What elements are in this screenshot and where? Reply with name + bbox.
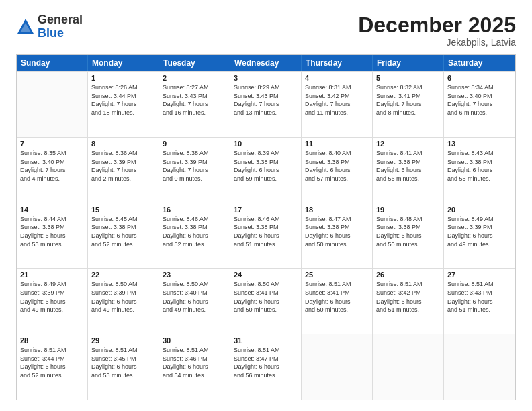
day-number: 15 <box>91 205 155 214</box>
day-number: 14 <box>20 205 84 214</box>
calendar-body: 1Sunrise: 8:26 AMSunset: 3:44 PMDaylight… <box>17 71 515 400</box>
cell-info-line: Sunrise: 8:50 AM <box>91 280 155 289</box>
weekday-header: Saturday <box>444 55 515 71</box>
day-number: 2 <box>163 74 226 82</box>
cell-info-line: Sunset: 3:38 PM <box>234 158 298 167</box>
cell-info-line: Sunrise: 8:40 AM <box>305 149 369 158</box>
header: General Blue December 2025 Jekabpils, La… <box>16 13 516 48</box>
day-number: 18 <box>305 205 369 214</box>
cell-info-line: Sunset: 3:46 PM <box>163 355 226 363</box>
cell-info-line: and 49 minutes. <box>20 306 84 314</box>
cell-info-line: Daylight: 6 hours <box>20 298 84 306</box>
cell-info-line: Sunset: 3:43 PM <box>234 92 298 101</box>
calendar-cell: 8Sunrise: 8:36 AMSunset: 3:39 PMDaylight… <box>88 138 159 203</box>
day-number: 20 <box>447 205 512 214</box>
day-number: 29 <box>91 336 155 345</box>
day-number: 3 <box>234 74 298 82</box>
cell-info-line: Sunset: 3:41 PM <box>305 289 369 298</box>
weekday-header: Monday <box>88 55 159 71</box>
day-number: 26 <box>376 271 440 279</box>
cell-info-line: Sunset: 3:40 PM <box>20 158 84 167</box>
day-number: 9 <box>163 140 226 148</box>
cell-info-line: Sunset: 3:42 PM <box>376 289 440 298</box>
cell-info-line: Sunrise: 8:46 AM <box>234 215 298 224</box>
calendar-cell: 22Sunrise: 8:50 AMSunset: 3:39 PMDayligh… <box>88 269 159 334</box>
cell-info-line: Sunrise: 8:47 AM <box>305 215 369 224</box>
cell-info-line: Daylight: 7 hours <box>305 100 369 109</box>
calendar-cell <box>444 334 515 400</box>
cell-info-line: Daylight: 7 hours <box>20 166 84 175</box>
cell-info-line: and 0 minutes. <box>163 175 226 183</box>
cell-info-line: Sunset: 3:38 PM <box>376 223 440 232</box>
calendar-cell <box>302 334 373 400</box>
calendar-cell: 15Sunrise: 8:45 AMSunset: 3:38 PMDayligh… <box>88 203 159 269</box>
calendar-cell: 6Sunrise: 8:34 AMSunset: 3:40 PMDaylight… <box>444 72 515 137</box>
cell-info-line: and 50 minutes. <box>305 240 369 249</box>
cell-info-line: and 18 minutes. <box>91 109 155 118</box>
cell-info-line: Sunrise: 8:41 AM <box>376 149 440 158</box>
calendar-cell: 9Sunrise: 8:38 AMSunset: 3:39 PMDaylight… <box>159 138 230 203</box>
cell-info-line: Sunrise: 8:27 AM <box>163 83 226 92</box>
cell-info-line: Daylight: 7 hours <box>163 100 226 109</box>
calendar: SundayMondayTuesdayWednesdayThursdayFrid… <box>16 54 516 400</box>
calendar-cell <box>373 334 444 400</box>
logo: General Blue <box>16 13 83 40</box>
cell-info-line: Sunset: 3:39 PM <box>91 289 155 298</box>
calendar-cell: 17Sunrise: 8:46 AMSunset: 3:38 PMDayligh… <box>230 203 302 269</box>
cell-info-line: Sunset: 3:42 PM <box>305 92 369 101</box>
cell-info-line: and 53 minutes. <box>91 371 155 380</box>
cell-info-line: Daylight: 7 hours <box>163 166 226 175</box>
cell-info-line: and 49 minutes. <box>163 306 226 314</box>
calendar-row: 7Sunrise: 8:35 AMSunset: 3:40 PMDaylight… <box>17 137 515 203</box>
cell-info-line: Sunset: 3:47 PM <box>234 355 298 363</box>
calendar-cell: 2Sunrise: 8:27 AMSunset: 3:43 PMDaylight… <box>159 72 230 137</box>
title-area: December 2025 Jekabpils, Latvia <box>358 13 516 48</box>
calendar-cell: 29Sunrise: 8:51 AMSunset: 3:45 PMDayligh… <box>88 334 159 400</box>
day-number: 28 <box>20 336 84 345</box>
cell-info-line: Daylight: 6 hours <box>234 166 298 175</box>
cell-info-line: Daylight: 7 hours <box>376 100 440 109</box>
calendar-cell: 12Sunrise: 8:41 AMSunset: 3:38 PMDayligh… <box>373 138 444 203</box>
cell-info-line: Daylight: 6 hours <box>234 232 298 240</box>
cell-info-line: Daylight: 6 hours <box>376 298 440 306</box>
weekday-header: Friday <box>373 55 444 71</box>
logo-blue: Blue <box>38 27 83 40</box>
calendar-cell: 25Sunrise: 8:51 AMSunset: 3:41 PMDayligh… <box>302 269 373 334</box>
cell-info-line: and 52 minutes. <box>163 240 226 249</box>
cell-info-line: and 51 minutes. <box>447 306 512 314</box>
cell-info-line: Sunrise: 8:44 AM <box>20 215 84 224</box>
calendar-row: 14Sunrise: 8:44 AMSunset: 3:38 PMDayligh… <box>17 203 515 269</box>
cell-info-line: Sunset: 3:40 PM <box>163 289 226 298</box>
weekday-header: Tuesday <box>159 55 230 71</box>
cell-info-line: Sunset: 3:38 PM <box>447 158 512 167</box>
weekday-header: Thursday <box>302 55 373 71</box>
cell-info-line: Sunrise: 8:51 AM <box>91 346 155 355</box>
cell-info-line: Sunrise: 8:51 AM <box>20 346 84 355</box>
calendar-cell: 30Sunrise: 8:51 AMSunset: 3:46 PMDayligh… <box>159 334 230 400</box>
day-number: 10 <box>234 140 298 148</box>
calendar-cell: 16Sunrise: 8:46 AMSunset: 3:38 PMDayligh… <box>159 203 230 269</box>
cell-info-line: Sunrise: 8:34 AM <box>447 83 512 92</box>
cell-info-line: Sunrise: 8:48 AM <box>376 215 440 224</box>
cell-info-line: Sunset: 3:38 PM <box>376 158 440 167</box>
cell-info-line: and 56 minutes. <box>234 371 298 380</box>
cell-info-line: Sunrise: 8:43 AM <box>447 149 512 158</box>
calendar-cell: 27Sunrise: 8:51 AMSunset: 3:43 PMDayligh… <box>444 269 515 334</box>
cell-info-line: Sunset: 3:38 PM <box>305 158 369 167</box>
cell-info-line: Sunset: 3:38 PM <box>234 223 298 232</box>
calendar-cell: 13Sunrise: 8:43 AMSunset: 3:38 PMDayligh… <box>444 138 515 203</box>
calendar-row: 21Sunrise: 8:49 AMSunset: 3:39 PMDayligh… <box>17 268 515 334</box>
calendar-row: 1Sunrise: 8:26 AMSunset: 3:44 PMDaylight… <box>17 71 515 137</box>
weekday-header: Sunday <box>17 55 88 71</box>
cell-info-line: Daylight: 7 hours <box>234 100 298 109</box>
cell-info-line: Daylight: 6 hours <box>234 298 298 306</box>
calendar-cell: 3Sunrise: 8:29 AMSunset: 3:43 PMDaylight… <box>230 72 302 137</box>
cell-info-line: Sunrise: 8:31 AM <box>305 83 369 92</box>
cell-info-line: and 54 minutes. <box>163 371 226 380</box>
calendar-cell: 19Sunrise: 8:48 AMSunset: 3:38 PMDayligh… <box>373 203 444 269</box>
cell-info-line: and 51 minutes. <box>234 240 298 249</box>
cell-info-line: Daylight: 6 hours <box>91 232 155 240</box>
calendar-cell: 31Sunrise: 8:51 AMSunset: 3:47 PMDayligh… <box>230 334 302 400</box>
calendar-cell: 10Sunrise: 8:39 AMSunset: 3:38 PMDayligh… <box>230 138 302 203</box>
cell-info-line: Daylight: 6 hours <box>305 166 369 175</box>
